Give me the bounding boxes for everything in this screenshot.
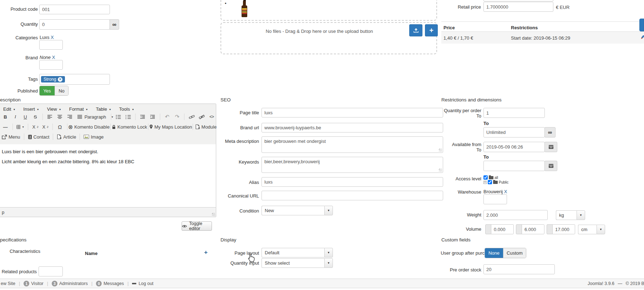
quantity-infinity-button[interactable]: ∞ (110, 19, 119, 30)
published-no-button[interactable]: No (55, 86, 68, 95)
file-dropzone[interactable]: No files - Drag & Drop here or use the u… (220, 22, 437, 54)
table-icon[interactable]: ▼ (16, 123, 25, 131)
access-level-child[interactable]: + Public (483, 180, 508, 184)
price-table-row[interactable]: 1,40 € / 1,70 € Start date: 2019-06-15 0… (441, 32, 644, 44)
product-image-thumbnail[interactable] (240, 0, 249, 19)
volume-length-input[interactable] (491, 224, 514, 234)
keywords-textarea[interactable]: bier,beer,brewery,brouwerij (262, 157, 443, 173)
warehouse-input[interactable] (483, 194, 507, 204)
brand-url-input[interactable] (262, 123, 443, 132)
view-site-link[interactable]: ew Site (1, 281, 15, 286)
volume-width-input[interactable] (522, 224, 544, 234)
brand-input[interactable] (39, 60, 63, 70)
related-products-input[interactable] (39, 266, 63, 276)
brand-remove-link[interactable]: X (52, 55, 55, 60)
textarea-resize-grip[interactable] (439, 169, 442, 172)
page-layout-value: Default (262, 248, 324, 258)
available-from-input[interactable] (483, 142, 545, 152)
volume-height-addon (547, 224, 553, 234)
administrators-link[interactable]: Administrators (59, 281, 88, 286)
italic-button[interactable]: I (11, 113, 20, 121)
infinity-icon: ∞ (112, 21, 116, 28)
volume-height-input[interactable] (552, 224, 575, 234)
tags-input[interactable]: Strong ✕ (39, 74, 110, 85)
menu-table[interactable]: Table▼ (96, 106, 111, 112)
align-left-icon[interactable] (46, 113, 54, 121)
cost-price-input-partial[interactable] (483, 0, 553, 1)
menu-insert-button[interactable]: Menu (1, 133, 21, 141)
align-justify-icon[interactable] (76, 113, 84, 121)
align-right-icon[interactable] (66, 113, 74, 121)
menu-tools[interactable]: Tools▼ (119, 106, 134, 112)
subscript-icon[interactable]: X2 (31, 123, 40, 131)
link-icon[interactable] (187, 113, 196, 121)
quantity-input-select[interactable]: Show select ▼ (262, 258, 333, 268)
published-label: Published (0, 88, 38, 94)
editor-content[interactable]: Luxs bier is een bier gebrouwen met onde… (0, 144, 216, 207)
element-path-tag[interactable]: p (2, 210, 4, 215)
upload-icon (413, 28, 419, 33)
categories-remove-link[interactable]: X (51, 35, 54, 40)
warehouse-remove-link[interactable]: X (504, 189, 507, 194)
access-level-root[interactable]: all (483, 175, 508, 180)
bullet-list-icon[interactable] (114, 113, 122, 121)
available-to-calendar-button[interactable] (544, 161, 557, 171)
strikethrough-button[interactable]: S (31, 113, 40, 121)
undo-icon[interactable]: ↶ (163, 113, 171, 121)
paragraph-dropdown[interactable]: Paragraph▼ (90, 113, 108, 121)
access-all-checkbox[interactable] (483, 175, 488, 180)
new-price-button-partial[interactable] (639, 19, 644, 31)
tree-expander-icon[interactable]: + (483, 181, 487, 184)
qty-per-order-from-input[interactable] (483, 108, 545, 118)
user-group-custom-button[interactable]: Custom (503, 248, 526, 258)
volume-unit-select[interactable]: cm ▼ (578, 225, 605, 234)
visitor-link[interactable]: Visitor (31, 281, 44, 286)
bold-button[interactable]: B (1, 113, 10, 121)
available-from-calendar-button[interactable] (544, 142, 557, 152)
menu-edit[interactable]: Edit▼ (3, 106, 15, 112)
published-yes-button[interactable]: Yes (40, 86, 55, 95)
page-layout-select[interactable]: Default ▼ (262, 248, 333, 258)
access-public-checkbox[interactable] (488, 180, 492, 184)
special-character-icon[interactable]: Ω (56, 123, 64, 131)
messages-link[interactable]: Messages (103, 281, 124, 286)
menu-view[interactable]: View▼ (47, 106, 61, 112)
edit-pencil-icon[interactable] (640, 35, 644, 40)
toggle-editor-button[interactable]: Toggle editor (182, 221, 212, 231)
condition-select[interactable]: New ▼ (262, 206, 333, 215)
qty-per-order-to-input[interactable] (483, 127, 545, 138)
logout-link[interactable]: Log out (138, 281, 153, 286)
volume-unit-value: cm (578, 225, 597, 234)
product-code-input[interactable] (39, 5, 110, 14)
komento-disable-button[interactable]: ⊗Komento Disable (70, 123, 107, 131)
categories-input[interactable] (39, 40, 63, 50)
redo-icon[interactable]: ↷ (173, 113, 181, 121)
komento-lock-button[interactable]: Komento Lock (113, 123, 145, 131)
available-to-input[interactable] (483, 161, 545, 171)
add-file-button[interactable]: + (425, 24, 438, 36)
image-insert-button[interactable]: Image (83, 133, 104, 141)
article-insert-button[interactable]: Article (56, 133, 77, 141)
qty-to-infinity-button[interactable]: ∞ (544, 127, 556, 138)
tag-remove-icon[interactable]: ✕ (58, 77, 62, 82)
available-to-label: To (483, 154, 489, 160)
menu-insert[interactable]: Insert▼ (23, 106, 39, 112)
align-center-icon[interactable] (56, 113, 64, 121)
upload-button[interactable] (409, 24, 422, 36)
pre-order-stock-input[interactable] (483, 264, 555, 274)
folder-icon (489, 176, 493, 179)
indent-icon[interactable] (148, 113, 157, 121)
my-maps-location-button[interactable]: My Maps Location (151, 123, 190, 131)
weight-input[interactable] (483, 210, 548, 220)
underline-button[interactable]: U (21, 113, 30, 121)
superscript-icon[interactable]: X2 (41, 123, 50, 131)
retail-price-input[interactable] (483, 2, 553, 12)
menu-format[interactable]: Format▼ (69, 106, 88, 112)
numbered-list-icon[interactable] (124, 113, 132, 121)
weight-unit-select[interactable]: kg ▼ (556, 210, 585, 220)
user-group-none-button[interactable]: None (485, 248, 503, 258)
contact-insert-button[interactable]: Contact (27, 133, 50, 141)
quantity-input[interactable] (39, 19, 110, 30)
horizontal-rule-icon[interactable]: — (1, 123, 10, 131)
outdent-icon[interactable] (138, 113, 147, 121)
